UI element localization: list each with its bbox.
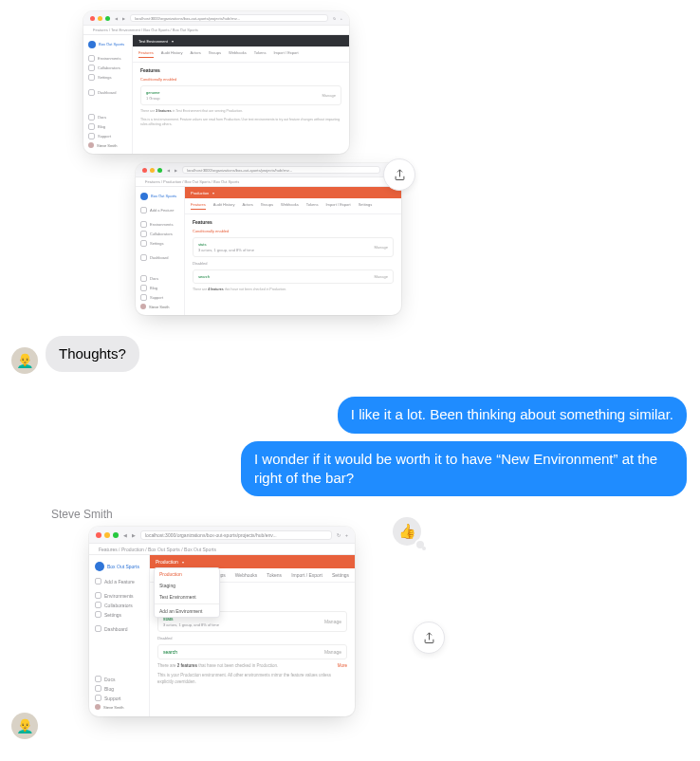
sidebar-blog[interactable]: Blog xyxy=(88,123,127,130)
tab-import[interactable]: Import / Export xyxy=(273,50,298,58)
tab-row: Features Audit History Actors Groups Web… xyxy=(133,46,349,63)
tab-actors[interactable]: Actors xyxy=(190,50,200,58)
env-bar[interactable]: Production▾ xyxy=(185,187,401,198)
env-dropdown[interactable]: Production Staging Test Environment Add … xyxy=(154,567,220,618)
share-button[interactable] xyxy=(383,158,415,191)
dropdown-opt-production[interactable]: Production xyxy=(155,568,219,580)
screenshot-dropdown[interactable]: ◀▶ localhost:3000/organizations/box-out-… xyxy=(89,527,355,716)
thumbs-up-icon: 👍 xyxy=(398,523,416,540)
dropdown-add-env[interactable]: Add an Environment xyxy=(155,605,219,617)
sidebar-item-collaborators[interactable]: Collaborators xyxy=(88,65,127,71)
sidebar-support[interactable]: Support xyxy=(88,133,127,139)
features-heading: Features xyxy=(140,67,341,73)
sidebar-docs[interactable]: Docs xyxy=(88,114,127,121)
browser-chrome: ◀▶ localhost:3000/organizations/box-out-… xyxy=(83,11,349,26)
tab-features[interactable]: Features xyxy=(138,50,154,58)
outgoing-message[interactable]: I like it a lot. Been thinking about som… xyxy=(338,397,687,433)
share-button[interactable] xyxy=(413,622,445,654)
tab-groups[interactable]: Groups xyxy=(209,50,221,58)
browser-chrome: ◀▶ localhost:3000/organizations/box-out-… xyxy=(136,163,401,177)
share-icon xyxy=(422,631,436,645)
feature-card-search[interactable]: search Manage xyxy=(193,269,394,284)
tab-tokens[interactable]: Tokens xyxy=(254,50,267,58)
url-bar: localhost:3000/organizations/box-out-spo… xyxy=(130,14,328,22)
avatar: 👨‍🦲 xyxy=(11,347,38,374)
share-icon xyxy=(393,168,407,182)
incoming-message[interactable]: Thoughts? xyxy=(46,336,139,372)
sender-label: Steve Smith xyxy=(0,508,700,523)
browser-tab: Features / Test Environment / Box Out Sp… xyxy=(83,26,349,35)
dropdown-opt-test[interactable]: Test Environment xyxy=(155,591,219,603)
tab-audit[interactable]: Audit History xyxy=(161,50,183,58)
sidebar-user[interactable]: Steve Smith xyxy=(88,142,127,148)
sidebar-item-dashboard[interactable]: Dashboard xyxy=(88,89,127,96)
feature-card-genome[interactable]: genome1 Group Manage xyxy=(140,85,341,105)
feature-card-stats[interactable]: stats3 actors, 1 group, and 8% of time M… xyxy=(193,237,394,257)
sidebar-item-environments[interactable]: Environments xyxy=(88,55,127,62)
app-sidebar: Box Out Sports Environments Collaborator… xyxy=(83,35,133,154)
image-attachment-stack[interactable]: ◀▶ localhost:3000/organizations/box-out-… xyxy=(83,11,368,325)
tab-webhooks[interactable]: Webhooks xyxy=(229,50,247,58)
tapback-reaction[interactable]: 👍 xyxy=(393,517,421,546)
dropdown-opt-staging[interactable]: Staging xyxy=(155,580,219,591)
outgoing-message[interactable]: I wonder if it would be worth it to have… xyxy=(241,441,687,497)
screenshot-orange-envbar[interactable]: ◀▶ localhost:3000/organizations/box-out-… xyxy=(136,163,401,315)
footer-note: There are 3 features in Test Environment… xyxy=(140,109,341,114)
manage-link[interactable]: Manage xyxy=(322,93,336,98)
screenshot-dark-envbar[interactable]: ◀▶ localhost:3000/organizations/box-out-… xyxy=(83,11,349,154)
env-bar[interactable]: Test Environment▾ xyxy=(133,35,349,46)
sidebar-item-settings[interactable]: Settings xyxy=(88,74,127,81)
